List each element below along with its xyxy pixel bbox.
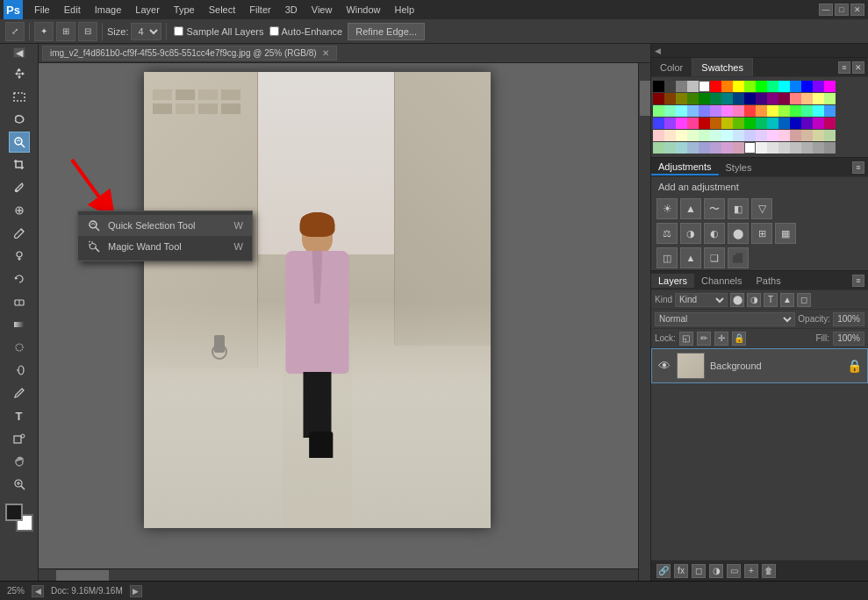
status-prev-btn[interactable]: ◀ [32, 585, 44, 597]
menu-select[interactable]: Select [203, 3, 242, 17]
swatch[interactable] [687, 105, 699, 117]
swatch[interactable] [699, 118, 710, 129]
menu-type[interactable]: Type [168, 3, 201, 17]
panel-close-btn[interactable]: ✕ [852, 61, 864, 74]
shape-tool-btn[interactable] [9, 428, 30, 449]
filter-pixel-btn[interactable]: ⬤ [730, 293, 744, 307]
pen-tool-btn[interactable] [9, 382, 30, 404]
swatch[interactable] [721, 142, 733, 154]
adj-hue-btn[interactable]: ⚖ [656, 223, 678, 244]
swatch[interactable] [744, 81, 756, 92]
swatch[interactable] [767, 118, 778, 129]
swatch[interactable] [687, 93, 699, 104]
swatch[interactable] [801, 142, 813, 154]
vertical-scrollbar[interactable] [638, 63, 650, 581]
refine-edge-button[interactable]: Refine Edge... [348, 23, 425, 40]
swatch[interactable] [767, 142, 778, 154]
layer-mode-select[interactable]: Normal [655, 312, 795, 326]
swatch[interactable] [710, 81, 721, 92]
quick-selection-tool-btn[interactable] [9, 132, 30, 153]
adj-panel-menu-btn[interactable]: ≡ [852, 161, 864, 174]
adj-colorbalance-btn[interactable]: ◑ [680, 223, 701, 244]
menu-layer[interactable]: Layer [129, 3, 166, 17]
swatch[interactable] [756, 81, 767, 92]
swatch[interactable] [664, 142, 676, 154]
gradient-tool-btn[interactable] [9, 314, 30, 335]
menu-filter[interactable]: Filter [243, 3, 276, 17]
swatch[interactable] [733, 93, 744, 104]
tool-brush-btn[interactable]: ✦ [34, 22, 54, 41]
swatch[interactable] [767, 93, 778, 104]
swatch[interactable] [699, 93, 710, 104]
adj-channelmixer-btn[interactable]: ⊞ [751, 223, 772, 244]
menu-window[interactable]: Window [340, 3, 386, 17]
menu-edit[interactable]: Edit [58, 3, 87, 17]
swatch[interactable] [653, 105, 664, 117]
swatch[interactable] [813, 93, 824, 104]
swatch[interactable] [710, 93, 721, 104]
close-button[interactable]: ✕ [850, 4, 864, 16]
swatch[interactable] [801, 130, 813, 141]
layer-group-btn[interactable]: ▭ [727, 564, 741, 578]
swatch[interactable] [813, 105, 824, 117]
tab-close-btn[interactable]: ✕ [322, 48, 329, 58]
swatch[interactable] [687, 142, 699, 154]
swatch[interactable] [824, 81, 836, 92]
swatch[interactable] [756, 105, 767, 117]
swatch[interactable] [699, 105, 710, 117]
swatch[interactable] [699, 142, 710, 154]
swatch[interactable] [721, 93, 733, 104]
swatch[interactable] [733, 118, 744, 129]
swatch[interactable] [664, 105, 676, 117]
scrollbar-thumb-h[interactable] [56, 570, 109, 581]
tool-options-btn-1[interactable]: ⤢ [5, 22, 25, 41]
filter-type-btn[interactable]: T [764, 293, 778, 307]
swatch[interactable] [664, 130, 676, 141]
swatch[interactable] [813, 81, 824, 92]
swatch[interactable] [767, 105, 778, 117]
adj-invert-btn[interactable]: ⬛ [728, 247, 749, 268]
fg-bg-color-selector[interactable] [5, 504, 33, 532]
swatch[interactable] [721, 118, 733, 129]
tool-subtract-btn[interactable]: ⊟ [78, 22, 97, 41]
paths-tab-btn[interactable]: Paths [750, 274, 788, 288]
layer-mask-btn[interactable]: ◻ [692, 564, 706, 578]
crop-tool-btn[interactable] [9, 154, 30, 175]
panel-options-btn[interactable]: ≡ [838, 61, 850, 74]
swatch[interactable] [790, 81, 801, 92]
document-tab[interactable]: img_v2_f4d861b0-cf9f-4f55-9c85-551cc4e7f… [42, 46, 337, 61]
sample-all-layers-checkbox[interactable]: Sample All Layers [174, 26, 263, 37]
swatch[interactable] [790, 93, 801, 104]
dodge-tool-btn[interactable] [9, 360, 30, 381]
swatch[interactable] [710, 130, 721, 141]
swatch[interactable] [756, 118, 767, 129]
menu-file[interactable]: File [28, 3, 56, 17]
eraser-tool-btn[interactable] [9, 291, 30, 312]
text-tool-btn[interactable]: T [9, 405, 30, 426]
swatches-tab[interactable]: Swatches [692, 58, 753, 76]
swatch[interactable] [653, 130, 664, 141]
swatch[interactable] [687, 118, 699, 129]
lock-position-btn[interactable]: ✛ [714, 332, 728, 346]
swatch[interactable] [778, 81, 790, 92]
swatch[interactable] [824, 142, 836, 154]
adj-brightness-btn[interactable]: ☀ [656, 198, 678, 219]
swatch[interactable] [664, 118, 676, 129]
swatch[interactable] [824, 105, 836, 117]
opacity-input[interactable] [833, 312, 864, 326]
swatch[interactable] [710, 142, 721, 154]
swatch[interactable] [653, 118, 664, 129]
swatch[interactable] [744, 130, 756, 141]
lasso-tool-btn[interactable] [9, 109, 30, 130]
layer-link-btn[interactable]: 🔗 [656, 564, 671, 578]
adjustments-tab[interactable]: Adjustments [651, 160, 719, 175]
swatch[interactable] [721, 81, 733, 92]
swatch[interactable] [790, 130, 801, 141]
swatch[interactable] [790, 118, 801, 129]
swatch[interactable] [676, 105, 687, 117]
swatch[interactable] [778, 93, 790, 104]
swatch[interactable] [676, 93, 687, 104]
swatch[interactable] [653, 81, 664, 92]
swatch[interactable] [710, 105, 721, 117]
popup-magic-wand[interactable]: Magic Wand Tool W [78, 236, 252, 257]
